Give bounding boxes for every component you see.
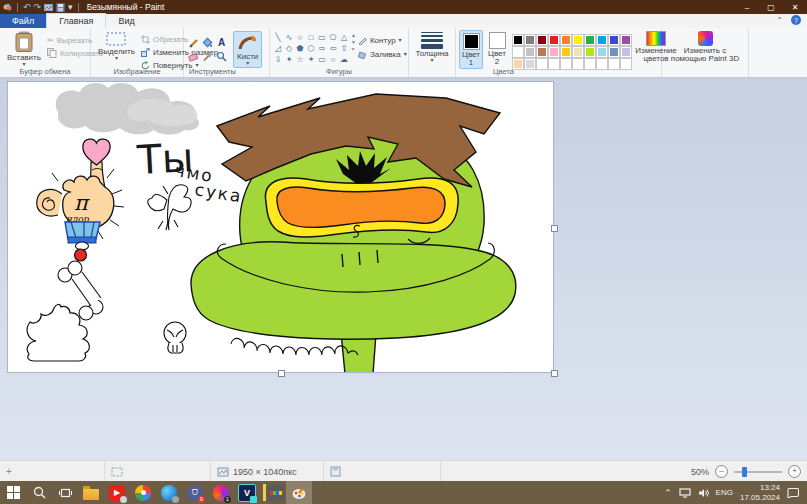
shape-item[interactable]: ✶ xyxy=(306,54,316,64)
volume-icon[interactable] xyxy=(698,488,709,498)
taskbar-file-explorer[interactable] xyxy=(78,481,104,504)
palette-swatch[interactable] xyxy=(608,58,620,70)
zoom-in-button[interactable]: + xyxy=(788,465,801,478)
taskbar-discord[interactable]: ᗜ9 xyxy=(182,481,208,504)
start-button[interactable] xyxy=(0,481,26,504)
task-view-button[interactable] xyxy=(52,481,78,504)
color2-button[interactable]: Цвет 2 xyxy=(486,30,508,69)
palette-swatch[interactable] xyxy=(596,58,608,70)
network-icon[interactable] xyxy=(679,488,691,498)
palette-swatch[interactable] xyxy=(536,34,548,46)
shape-item[interactable]: ○ xyxy=(295,32,305,42)
close-button[interactable]: ✕ xyxy=(783,0,807,14)
shape-item[interactable]: ⇩ xyxy=(273,54,283,64)
palette-swatch[interactable] xyxy=(560,58,572,70)
language-indicator[interactable]: ENG xyxy=(716,488,733,497)
palette-swatch[interactable] xyxy=(524,46,536,58)
paste-button[interactable]: Вставить ▾ xyxy=(3,30,45,67)
shape-item[interactable]: △ xyxy=(339,32,349,42)
taskbar-browser-profile[interactable] xyxy=(156,481,182,504)
size-button[interactable]: Толщина ▾ xyxy=(409,28,455,77)
shape-item[interactable]: ⬠ xyxy=(328,32,338,42)
palette-swatch[interactable] xyxy=(620,58,632,70)
palette-swatch[interactable] xyxy=(596,46,608,58)
taskbar-video-editor[interactable]: V xyxy=(234,481,260,504)
search-button[interactable] xyxy=(26,481,52,504)
palette-swatch[interactable] xyxy=(608,46,620,58)
tray-chevron-icon[interactable]: ⌃ xyxy=(664,488,672,498)
help-icon[interactable]: ? xyxy=(791,15,801,25)
fill-tool[interactable] xyxy=(201,36,214,49)
tab-view[interactable]: Вид xyxy=(106,14,146,28)
maximize-button[interactable]: ▢ xyxy=(759,0,783,14)
shape-item[interactable]: □ xyxy=(306,32,316,42)
save-icon[interactable] xyxy=(56,3,65,12)
color-picker-tool[interactable] xyxy=(201,50,214,63)
magnifier-tool[interactable] xyxy=(215,50,228,63)
taskbar-paint3d-app[interactable]: 1 xyxy=(208,481,234,504)
palette-swatch[interactable] xyxy=(560,34,572,46)
select-button[interactable]: Выделить ▾ xyxy=(94,30,139,71)
taskbar-paint[interactable] xyxy=(286,481,312,504)
text-tool[interactable]: A xyxy=(215,36,228,49)
canvas-resize-handle-corner[interactable] xyxy=(551,370,558,377)
shape-item[interactable]: ╲ xyxy=(273,32,283,42)
zoom-slider[interactable] xyxy=(734,471,782,473)
shape-item[interactable]: ⇦ xyxy=(328,43,338,53)
shape-item[interactable]: ▭ xyxy=(317,32,327,42)
shapes-scroll[interactable]: ▲▼⏷ xyxy=(351,30,356,67)
shape-item[interactable]: ☆ xyxy=(295,54,305,64)
collapse-ribbon-icon[interactable]: ⌃ xyxy=(776,16,783,25)
paint3d-button[interactable]: Изменить с помощью Paint 3D xyxy=(662,28,748,77)
zoom-slider-thumb[interactable] xyxy=(742,467,747,477)
shape-item[interactable]: ⇨ xyxy=(317,43,327,53)
tab-file[interactable]: Файл xyxy=(0,14,46,28)
tab-home[interactable]: Главная xyxy=(46,13,106,28)
zoom-out-button[interactable]: – xyxy=(715,465,728,478)
shape-item[interactable]: ✦ xyxy=(284,54,294,64)
palette-swatch[interactable] xyxy=(620,34,632,46)
shape-fill-button[interactable]: Заливка ▾ xyxy=(358,48,407,60)
palette-swatch[interactable] xyxy=(536,46,548,58)
shape-item[interactable]: ◇ xyxy=(284,43,294,53)
shape-item[interactable]: ⬡ xyxy=(306,43,316,53)
shape-item[interactable]: ⬟ xyxy=(295,43,305,53)
palette-swatch[interactable] xyxy=(548,34,560,46)
shape-item[interactable]: ▭ xyxy=(317,54,327,64)
pencil-tool[interactable] xyxy=(187,36,200,49)
canvas-resize-handle-right[interactable] xyxy=(551,225,558,232)
palette-swatch[interactable] xyxy=(560,46,572,58)
color1-button[interactable]: Цвет 1 xyxy=(459,30,483,69)
palette-swatch[interactable] xyxy=(596,34,608,46)
undo-icon[interactable]: ↶ xyxy=(23,3,31,12)
palette-swatch[interactable] xyxy=(572,34,584,46)
palette-swatch[interactable] xyxy=(584,46,596,58)
view-icon[interactable] xyxy=(44,3,53,12)
brushes-button[interactable]: Кисти ▾ xyxy=(233,31,262,68)
eraser-tool[interactable] xyxy=(187,50,200,63)
palette-swatch[interactable] xyxy=(584,58,596,70)
minimize-button[interactable]: – xyxy=(735,0,759,14)
canvas-resize-handle-bottom[interactable] xyxy=(278,370,285,377)
shape-item[interactable]: ⇧ xyxy=(339,43,349,53)
palette-swatch[interactable] xyxy=(512,34,524,46)
palette-swatch[interactable] xyxy=(524,34,536,46)
palette-swatch[interactable] xyxy=(572,58,584,70)
taskbar-media-player[interactable] xyxy=(260,481,286,504)
action-center-icon[interactable] xyxy=(787,487,799,498)
shape-item[interactable]: ○ xyxy=(328,54,338,64)
redo-icon[interactable]: ↷ xyxy=(34,3,42,12)
palette-swatch[interactable] xyxy=(572,46,584,58)
palette-swatch[interactable] xyxy=(548,46,560,58)
palette-swatch[interactable] xyxy=(620,46,632,58)
palette-swatch[interactable] xyxy=(512,46,524,58)
shape-item[interactable]: ☁ xyxy=(339,54,349,64)
outline-button[interactable]: Контур ▾ xyxy=(358,34,407,46)
taskbar-google-photos[interactable] xyxy=(130,481,156,504)
shape-item[interactable]: ◿ xyxy=(273,43,283,53)
palette-swatch[interactable] xyxy=(584,34,596,46)
shape-item[interactable]: ∿ xyxy=(284,32,294,42)
clock[interactable]: 13:24 17.05.2024 xyxy=(740,483,780,501)
palette-swatch[interactable] xyxy=(608,34,620,46)
taskbar-youtube[interactable]: ▶ xyxy=(104,481,130,504)
